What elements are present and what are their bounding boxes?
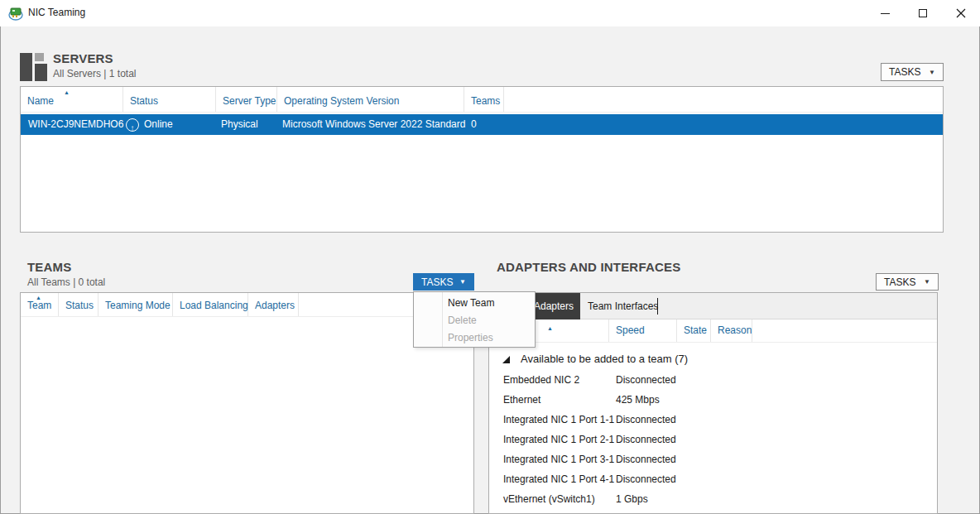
column-header-speed[interactable]: Speed	[609, 319, 677, 342]
column-header-teaming-mode[interactable]: Teaming Mode	[98, 293, 173, 316]
server-name: WIN-2CJ9NEMDHO6	[28, 118, 123, 130]
column-header-reason[interactable]: Reason	[711, 319, 752, 342]
server-type: Physical	[221, 118, 258, 130]
minimize-icon	[881, 13, 890, 14]
column-header-load-balancing[interactable]: Load Balancing	[173, 293, 248, 316]
column-header-server-type[interactable]: Server Type	[216, 87, 277, 112]
close-button[interactable]	[942, 0, 980, 26]
adapters-section-title: ADAPTERS AND INTERFACES	[497, 260, 680, 274]
servers-table: ▲ Name Status Server Type Operating Syst…	[20, 86, 944, 233]
teams-section-title: TEAMS	[27, 260, 72, 274]
server-status: Online	[144, 118, 173, 130]
group-expanded-icon	[502, 356, 510, 363]
chevron-down-icon: ▼	[459, 278, 466, 286]
adapter-row[interactable]: Ethernet425 Mbps	[489, 390, 937, 410]
column-header-name[interactable]: ▲ Name	[21, 87, 123, 112]
sort-ascending-icon: ▲	[64, 89, 70, 95]
minimize-button[interactable]	[866, 0, 904, 26]
adapter-group-header[interactable]: Available to be added to a team (7)	[489, 349, 937, 369]
adapter-row[interactable]: Integrated NIC 1 Port 3-1Disconnected	[489, 449, 937, 469]
maximize-button[interactable]	[904, 0, 942, 26]
teams-tasks-menu: New Team Delete Properties	[413, 291, 536, 348]
servers-icon	[20, 53, 48, 83]
adapter-row[interactable]: Integrated NIC 1 Port 4-1Disconnected	[489, 469, 937, 489]
adapter-row[interactable]: Integrated NIC 1 Port 1-1Disconnected	[489, 410, 937, 430]
sort-ascending-icon: ▲	[547, 325, 553, 331]
servers-section-title: SERVERS	[53, 51, 113, 65]
servers-tasks-button[interactable]: TASKS ▼	[881, 63, 944, 81]
adapters-table-header: ▲ Speed State Reason	[489, 319, 937, 343]
column-header-team[interactable]: ▲ Team	[21, 293, 59, 316]
nic-teaming-app-icon	[8, 6, 23, 21]
server-row-selected[interactable]: WIN-2CJ9NEMDHO6 ↑ Online Physical Micros…	[21, 114, 943, 135]
adapter-row[interactable]: Integrated NIC 1 Port 2-1Disconnected	[489, 430, 937, 449]
window-title: NIC Teaming	[28, 7, 85, 18]
server-os-version: Microsoft Windows Server 2022 Standard	[282, 118, 465, 130]
adapters-tasks-button[interactable]: TASKS ▼	[876, 273, 939, 291]
column-header-state[interactable]: State	[677, 319, 711, 342]
column-header-teams[interactable]: Teams	[464, 87, 504, 112]
adapters-panel: Network Adapters Team Interfaces ▲ Speed…	[488, 292, 938, 514]
adapters-tab-strip: Network Adapters Team Interfaces	[489, 293, 937, 319]
servers-table-header: ▲ Name Status Server Type Operating Syst…	[21, 87, 943, 113]
column-header-adapters[interactable]: Adapters	[248, 293, 299, 316]
teams-table: ▲ Team Status Teaming Mode Load Balancin…	[20, 292, 474, 514]
servers-section-subtitle: All Servers | 1 total	[53, 68, 137, 79]
menu-item-delete[interactable]: Delete	[414, 311, 535, 329]
teams-tasks-button[interactable]: TASKS ▼	[413, 273, 474, 291]
column-header-os-version[interactable]: Operating System Version	[277, 87, 464, 112]
nic-teaming-window: NIC Teaming SERVERS All Servers | 1 tota…	[0, 0, 980, 514]
server-teams-count: 0	[471, 118, 477, 130]
teams-section-subtitle: All Teams | 0 total	[27, 276, 105, 288]
adapter-row[interactable]: vEthernet (vSwitch1)1 Gbps	[489, 489, 937, 509]
menu-item-properties[interactable]: Properties	[414, 329, 535, 347]
close-icon	[956, 8, 966, 18]
chevron-down-icon: ▼	[929, 69, 935, 76]
tab-focus-caret	[657, 298, 658, 315]
column-header-team-status[interactable]: Status	[59, 293, 98, 316]
tab-team-interfaces[interactable]: Team Interfaces	[583, 293, 663, 319]
adapter-row[interactable]: Embedded NIC 2Disconnected	[489, 370, 937, 390]
maximize-icon	[919, 9, 927, 17]
status-up-icon: ↑	[126, 118, 139, 132]
menu-item-new-team[interactable]: New Team	[414, 294, 535, 312]
column-header-status[interactable]: Status	[123, 87, 216, 112]
title-bar: NIC Teaming	[0, 0, 980, 26]
chevron-down-icon: ▼	[924, 278, 930, 286]
teams-table-header: ▲ Team Status Teaming Mode Load Balancin…	[21, 293, 473, 317]
